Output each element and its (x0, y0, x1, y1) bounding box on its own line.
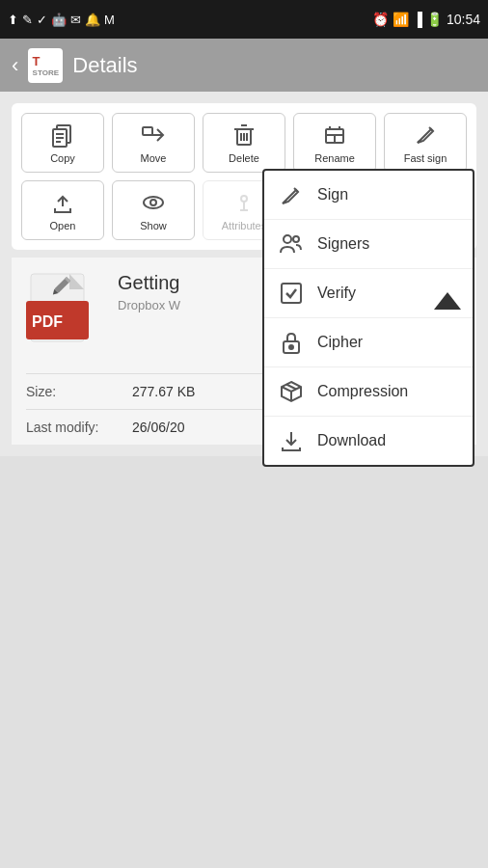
cipher-label: Cipher (317, 334, 363, 351)
signers-label: Signers (317, 235, 369, 253)
svg-point-35 (289, 345, 293, 349)
fastsign-button[interactable]: Fast sign (384, 113, 467, 173)
sign-label: Sign (317, 186, 348, 203)
lock-icon (279, 330, 304, 355)
download-label: Download (317, 432, 386, 449)
page-title: Details (72, 53, 137, 78)
svg-point-31 (284, 235, 291, 243)
status-wifi-icon: 📶 (393, 12, 409, 27)
logo-letter: T (33, 54, 59, 68)
open-button[interactable]: Open (21, 180, 104, 240)
status-right: ⏰ 📶 ▐ 🔋 10:54 (372, 12, 480, 27)
dropdown-cipher[interactable]: Cipher (264, 318, 473, 367)
svg-point-17 (150, 200, 156, 205)
svg-rect-33 (282, 284, 301, 303)
svg-text:PDF: PDF (32, 313, 63, 330)
verify-label: Verify (317, 285, 356, 302)
status-icon-6: 🔔 (85, 13, 100, 27)
move-label: Move (141, 152, 167, 164)
lastmodify-value: 26/06/20 (132, 420, 185, 435)
back-button[interactable]: ‹ (12, 53, 18, 78)
rename-button[interactable]: Rename (293, 113, 376, 173)
size-label: Size: (26, 384, 132, 399)
show-button[interactable]: Show (112, 180, 195, 240)
rename-label: Rename (314, 152, 355, 164)
attributes-label: Attributes (222, 220, 266, 231)
status-icon-7: M (104, 13, 115, 27)
copy-label: Copy (50, 152, 75, 164)
status-clock-icon: ⏰ (372, 12, 389, 27)
status-battery-icon: 🔋 (426, 12, 443, 27)
status-icon-5: ✉ (70, 13, 81, 27)
signers-icon (279, 231, 304, 257)
copy-button[interactable]: Copy (21, 113, 104, 173)
dropdown-compression[interactable]: Compression (264, 367, 473, 417)
open-label: Open (50, 220, 76, 231)
delete-label: Delete (229, 152, 259, 164)
status-icon-3: ✓ (37, 13, 47, 27)
verify-icon (279, 281, 304, 306)
status-time: 10:54 (447, 12, 480, 27)
compression-label: Compression (317, 383, 408, 400)
svg-point-32 (293, 236, 299, 242)
app-logo: T STORE (28, 48, 63, 83)
status-icon-2: ✎ (22, 13, 33, 27)
pdf-thumbnail: PDF (26, 272, 103, 359)
dropdown-signers[interactable]: Signers (264, 220, 473, 269)
download-icon (279, 428, 304, 453)
fastsign-label: Fast sign (404, 152, 447, 164)
move-button[interactable]: Move (112, 113, 195, 173)
delete-button[interactable]: Delete (203, 113, 285, 173)
logo-store: STORE (33, 68, 59, 77)
status-icons-left: ⬆ ✎ ✓ 🤖 ✉ 🔔 M (8, 13, 115, 27)
svg-rect-5 (143, 127, 152, 135)
dropdown-sign[interactable]: Sign (264, 171, 473, 220)
box-icon (279, 379, 304, 404)
svg-point-18 (241, 196, 247, 202)
svg-point-16 (144, 197, 163, 208)
top-bar: ‹ T STORE Details (0, 39, 488, 92)
pen-icon (279, 182, 304, 207)
lastmodify-label: Last modify: (26, 420, 132, 435)
status-bar: ⬆ ✎ ✓ 🤖 ✉ 🔔 M ⏰ 📶 ▐ 🔋 10:54 (0, 0, 488, 39)
size-value: 277.67 KB (132, 384, 195, 399)
status-icon-1: ⬆ (8, 13, 18, 27)
status-signal-icon: ▐ (413, 12, 422, 27)
dropdown-arrow (434, 292, 461, 310)
show-label: Show (140, 220, 167, 231)
status-icon-4: 🤖 (51, 13, 67, 27)
dropdown-menu: Sign Signers Verify Cipher (262, 169, 474, 467)
dropdown-download[interactable]: Download (264, 417, 473, 465)
